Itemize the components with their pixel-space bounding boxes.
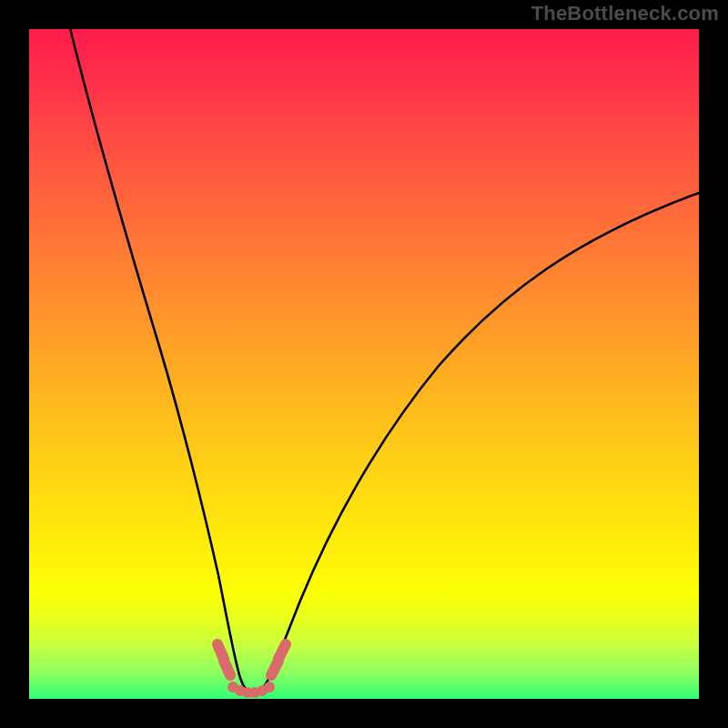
watermark-text: TheBottleneck.com [531, 2, 719, 25]
bottleneck-curve [69, 25, 699, 694]
threshold-bottom-dots [228, 682, 275, 698]
svg-line-3 [278, 644, 286, 659]
curve-overlay [29, 29, 699, 699]
svg-point-9 [264, 682, 275, 693]
svg-line-1 [224, 661, 230, 675]
chart-frame: TheBottleneck.com [0, 0, 728, 728]
threshold-markers-left [217, 644, 230, 675]
threshold-markers-right [271, 644, 286, 675]
